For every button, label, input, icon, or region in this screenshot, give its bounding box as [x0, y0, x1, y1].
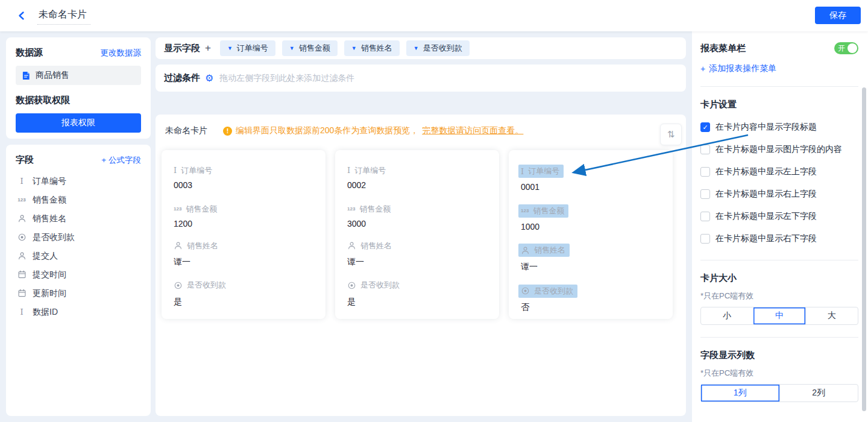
radio-icon [17, 233, 27, 242]
preview-card[interactable]: I订单编号0001123销售金额1000销售姓名谭一是否收到款否 [509, 150, 673, 319]
add-report-menu-link[interactable]: + 添加报表操作菜单 [700, 63, 858, 74]
person-icon [347, 241, 356, 250]
card-field-label: 123销售金额 [518, 204, 568, 218]
checked-checkbox-icon[interactable]: ✓ [700, 122, 710, 132]
unchecked-checkbox-icon[interactable] [700, 234, 710, 244]
field-list-item[interactable]: 提交时间 [16, 265, 141, 284]
checkbox-label: 在卡片内容中显示字段标题 [715, 122, 817, 133]
checkbox-label: 在卡片标题中显示图片字段的内容 [715, 144, 842, 155]
plus-icon: + [101, 156, 106, 165]
sort-button[interactable]: ⇅ [660, 124, 682, 145]
calendar-icon [17, 270, 27, 279]
field-list: I订单编号123销售金额销售姓名是否收到款提交人提交时间更新时间I数据ID [16, 172, 141, 321]
preview-cards-row: I订单编号0003123销售金额1200销售姓名谭一是否收到款是I订单编号000… [156, 150, 686, 319]
chip-label: 销售金额 [299, 43, 330, 54]
card-field-value: 3000 [347, 219, 487, 228]
filter-label: 过滤条件 [164, 72, 200, 84]
columns-option[interactable]: 1列 [701, 385, 779, 402]
fields-panel: 字段 + 公式字段 I订单编号123销售金额销售姓名是否收到款提交人提交时间更新… [6, 145, 151, 416]
card-preview-panel: 未命名卡片 ! 编辑界面只取数据源前200条作为查询数据预览，完整数据请访问页面… [156, 115, 686, 416]
unchecked-checkbox-icon[interactable] [700, 212, 710, 221]
field-list-item[interactable]: 更新时间 [16, 284, 141, 303]
columns-segmented: 1列2列 [700, 384, 858, 402]
display-field-chip[interactable]: ▼是否收到款 [406, 40, 470, 56]
card-size-option[interactable]: 大 [805, 307, 858, 324]
card-field-value: 谭一 [174, 257, 313, 268]
unchecked-checkbox-icon[interactable] [700, 145, 710, 154]
text-field-icon: I [521, 168, 524, 175]
field-list-item[interactable]: 提交人 [16, 247, 141, 265]
card-setting-checkbox-row[interactable]: 在卡片标题中显示左上字段 [700, 166, 858, 177]
field-label: 订单编号 [33, 176, 66, 187]
page-title: 未命名卡片 [37, 7, 90, 25]
card-field-value: 0003 [174, 180, 313, 190]
card-field-label: 123销售金额 [347, 204, 391, 215]
field-label: 数据ID [33, 307, 58, 318]
person-icon [17, 251, 27, 260]
chip-label: 订单编号 [237, 43, 268, 54]
field-list-item[interactable]: I数据ID [16, 303, 141, 321]
scrollbar-thumb[interactable] [862, 87, 866, 411]
card-field-value: 1200 [174, 219, 313, 228]
text-field-icon: I [347, 166, 350, 174]
display-field-chip[interactable]: ▼订单编号 [220, 40, 275, 56]
save-button[interactable]: 保存 [815, 7, 861, 24]
field-list-item[interactable]: 123销售金额 [16, 191, 141, 209]
gear-icon[interactable]: ⚙ [205, 74, 213, 83]
card-setting-checkbox-row[interactable]: ✓在卡片内容中显示字段标题 [700, 122, 858, 133]
card-field-label: I订单编号 [174, 165, 212, 176]
card-field-value: 否 [521, 302, 661, 313]
card-size-option[interactable]: 小 [701, 307, 753, 324]
unchecked-checkbox-icon[interactable] [700, 189, 710, 199]
card-setting-checkbox-row[interactable]: 在卡片标题中显示图片字段的内容 [700, 144, 858, 155]
card-field-value: 谭一 [521, 262, 661, 272]
warning-icon: ! [223, 127, 232, 136]
change-datasource-link[interactable]: 更改数据源 [101, 48, 142, 58]
card-field-label: 销售姓名 [347, 241, 392, 251]
permission-title: 数据获取权限 [16, 95, 141, 106]
card-field: 是否收到款否 [521, 285, 661, 313]
card-field-label: 是否收到款 [347, 280, 400, 291]
card-setting-checkbox-row[interactable]: 在卡片标题中显示左下字段 [700, 211, 858, 222]
warning-link[interactable]: 完整数据请访问页面查看。 [422, 125, 523, 136]
chevron-down-icon: ▼ [227, 45, 233, 51]
display-field-chip[interactable]: ▼销售金额 [282, 40, 338, 56]
radio-icon [174, 281, 183, 290]
card-field-label: 123销售金额 [174, 204, 217, 215]
preview-card[interactable]: I订单编号0002123销售金额3000销售姓名谭一是否收到款是 [335, 150, 499, 319]
datasource-item[interactable]: 商品销售 [16, 66, 141, 85]
filter-bar[interactable]: 过滤条件 ⚙ 拖动左侧字段到此处来添加过滤条件 [156, 65, 686, 92]
add-formula-field-link[interactable]: + 公式字段 [101, 155, 141, 166]
back-button[interactable] [16, 10, 28, 22]
field-label: 更新时间 [33, 288, 66, 299]
chevron-down-icon: ▼ [414, 45, 419, 51]
card-size-option[interactable]: 中 [753, 307, 805, 324]
card-field-label: 是否收到款 [174, 280, 226, 291]
field-list-item[interactable]: 是否收到款 [16, 228, 141, 247]
toggle-on-label: 开 [838, 44, 845, 52]
card-field-label: I订单编号 [347, 165, 386, 176]
calendar-icon [17, 289, 27, 298]
report-permission-button[interactable]: 报表权限 [16, 113, 141, 133]
card-setting-checkbox-row[interactable]: 在卡片标题中显示右上字段 [700, 189, 858, 200]
text-field-icon: I [174, 166, 177, 174]
card-size-segmented: 小中大 [700, 307, 858, 325]
datasource-item-label: 商品销售 [36, 70, 69, 81]
columns-option[interactable]: 2列 [779, 385, 858, 402]
unchecked-checkbox-icon[interactable] [700, 167, 710, 177]
number-field-icon: 123 [347, 207, 355, 212]
card-settings-options: ✓在卡片内容中显示字段标题在卡片标题中显示图片字段的内容在卡片标题中显示左上字段… [700, 122, 858, 244]
card-field-value: 1000 [521, 222, 661, 231]
warning-text: 编辑界面只取数据源前200条作为查询数据预览， [236, 125, 418, 136]
preview-card[interactable]: I订单编号0003123销售金额1200销售姓名谭一是否收到款是 [162, 150, 326, 319]
card-field: 是否收到款是 [174, 280, 313, 307]
chevron-left-icon [17, 11, 27, 20]
card-setting-checkbox-row[interactable]: 在卡片标题中显示右下字段 [700, 233, 858, 244]
report-menu-toggle[interactable]: 开 [834, 42, 858, 54]
field-list-item[interactable]: I订单编号 [16, 172, 141, 191]
top-bar: 未命名卡片 保存 [0, 0, 868, 31]
datasource-title: 数据源 [16, 47, 43, 58]
field-list-item[interactable]: 销售姓名 [16, 209, 141, 228]
add-display-field-button[interactable]: + [205, 42, 211, 54]
display-field-chip[interactable]: ▼销售姓名 [344, 40, 400, 56]
